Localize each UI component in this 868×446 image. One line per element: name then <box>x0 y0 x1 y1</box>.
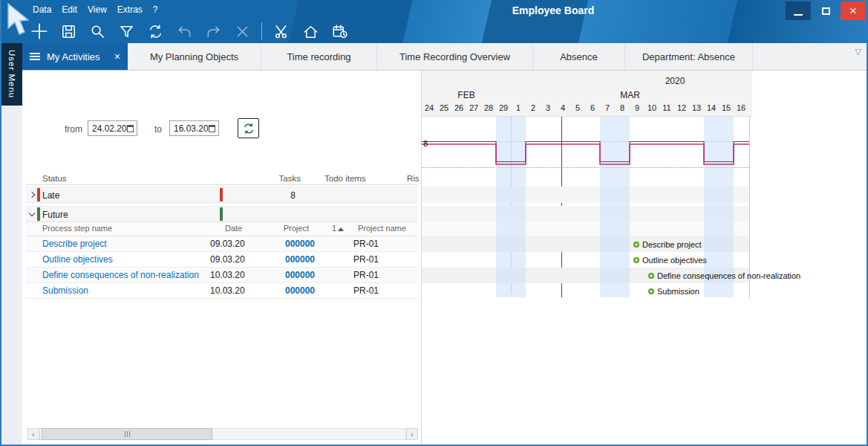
tab-my-planning-objects[interactable]: My Planning Objects <box>128 43 261 70</box>
gantt-day-label: 25 <box>437 103 451 112</box>
project-number-link[interactable]: 000000 <box>245 285 315 296</box>
save-button[interactable] <box>59 22 78 41</box>
project-name: PR-01 <box>345 270 387 280</box>
expand-chevron-icon[interactable] <box>29 210 35 216</box>
gantt-panel: 2020 FEB MAR 242526272829123456789101112… <box>421 71 867 445</box>
task-name-link[interactable]: Define consequences of non-realization <box>42 270 199 280</box>
maximize-icon <box>822 7 830 15</box>
column-header-project-name[interactable]: Project name <box>358 224 406 233</box>
calendar-icon[interactable] <box>127 125 134 132</box>
milestone-outline-objectives[interactable]: Outline objectives <box>633 252 707 268</box>
close-icon: × <box>849 4 857 19</box>
column-header-todo-items[interactable]: Todo items <box>324 174 366 183</box>
scrollbar-track[interactable] <box>39 428 406 440</box>
menu-data[interactable]: Data <box>33 4 51 15</box>
tab-label: Department: Absence <box>642 51 735 62</box>
maximize-button[interactable] <box>813 1 838 20</box>
user-menu-tab[interactable]: User Menu <box>1 43 22 106</box>
gantt-day-label: 26 <box>451 103 466 112</box>
column-header-process-step-name[interactable]: Process step name <box>42 224 112 233</box>
status-color-bar <box>220 188 223 201</box>
scroll-right-button[interactable]: › <box>406 428 418 440</box>
milestone-submission[interactable]: Submission <box>648 283 699 299</box>
from-date-field[interactable]: 24.02.20 <box>88 120 137 136</box>
group-row-future[interactable]: Future <box>26 206 417 222</box>
milestone-dot-icon <box>648 273 654 279</box>
gantt-day-label: 15 <box>719 103 734 112</box>
tab-department-absence[interactable]: Department: Absence <box>625 43 753 70</box>
planning-calendar-button[interactable] <box>330 22 349 41</box>
home-icon <box>302 23 319 40</box>
project-number-link[interactable]: 000000 <box>245 239 315 249</box>
task-row[interactable]: Define consequences of non-realization10… <box>26 268 417 283</box>
scrollbar-thumb[interactable] <box>42 428 212 440</box>
milestone-describe-project[interactable]: Describe project <box>633 236 701 252</box>
filter-icon <box>118 23 135 40</box>
gantt-day-label: 5 <box>570 103 585 112</box>
group-row-late[interactable]: Late8 <box>26 187 417 203</box>
task-row[interactable]: Describe project09.03.20000000PR-01 <box>26 236 417 252</box>
delete-button[interactable] <box>232 22 252 41</box>
milestone-dot-icon <box>648 288 654 294</box>
menu-view[interactable]: View <box>88 4 107 15</box>
gantt-day-label: 13 <box>689 103 704 112</box>
project-number-link[interactable]: 000000 <box>245 254 315 265</box>
filter-button[interactable] <box>117 22 136 41</box>
gantt-day-label: 24 <box>422 103 437 112</box>
toolbar <box>30 20 349 42</box>
task-row[interactable]: Submission10.03.20000000PR-01 <box>26 283 417 299</box>
undo-icon <box>176 23 193 40</box>
task-row[interactable]: Outline objectives09.03.20000000PR-01 <box>26 252 417 268</box>
column-header-project[interactable]: Project <box>245 224 309 233</box>
menu-edit[interactable]: Edit <box>62 4 77 15</box>
column-header-status[interactable]: Status <box>42 174 67 183</box>
refresh-button[interactable] <box>146 22 165 41</box>
tab-close-icon[interactable]: × <box>114 51 120 62</box>
expand-chevron-icon[interactable] <box>29 192 35 198</box>
gantt-day-label: 16 <box>734 103 748 112</box>
tab-time-recording-overview[interactable]: Time Recording Overview <box>377 43 533 70</box>
tab-label: Absence <box>560 51 598 62</box>
project-number-link[interactable]: 000000 <box>245 270 315 280</box>
close-button[interactable]: × <box>841 1 866 20</box>
tab-time-recording[interactable]: Time recording <box>261 43 377 70</box>
status-color-bar <box>37 188 40 201</box>
column-header-date[interactable]: Date <box>225 224 242 233</box>
gantt-day-label: 6 <box>585 103 600 112</box>
apply-date-range-button[interactable] <box>238 118 259 138</box>
gantt-day-label: 10 <box>645 103 659 112</box>
search-button[interactable] <box>88 22 107 41</box>
tab-absence[interactable]: Absence <box>533 43 625 70</box>
sort-indicator: 1 <box>332 224 344 233</box>
task-name-link[interactable]: Submission <box>42 285 88 296</box>
gantt-month-label-feb: FEB <box>422 90 511 100</box>
home-button[interactable] <box>301 22 320 41</box>
column-header-risks[interactable]: Ris <box>407 174 420 183</box>
tab-my-activities[interactable]: My Activities× <box>22 43 128 70</box>
tab-overflow-chevron-icon[interactable]: ▽ <box>855 47 861 56</box>
milestone-dot-icon <box>633 242 639 248</box>
task-date: 09.03.20 <box>210 239 245 249</box>
gantt-day-label: 29 <box>496 103 511 112</box>
undo-button[interactable] <box>174 22 194 41</box>
task-name-link[interactable]: Describe project <box>42 239 107 249</box>
search-icon <box>89 23 106 40</box>
gantt-day-label: 1 <box>511 103 526 112</box>
to-date-value: 16.03.20 <box>174 123 209 134</box>
cut-button[interactable] <box>272 22 291 41</box>
scroll-left-button[interactable]: ‹ <box>27 428 39 440</box>
delete-icon <box>234 23 251 40</box>
calendar-icon[interactable] <box>209 125 215 132</box>
to-date-field[interactable]: 16.03.20 <box>169 120 219 136</box>
milestone-define-consequences-of-non-realization[interactable]: Define consequences of non-realization <box>648 268 800 283</box>
gantt-day-label: 11 <box>659 103 674 112</box>
app-window: DataEditViewExtras? Employee Board × Use… <box>0 0 868 446</box>
redo-button[interactable] <box>203 22 223 41</box>
menu-help[interactable]: ? <box>153 4 158 15</box>
column-header-tasks[interactable]: Tasks <box>245 174 301 183</box>
app-logo-icon <box>3 1 33 39</box>
task-name-link[interactable]: Outline objectives <box>42 254 113 265</box>
menu-extras[interactable]: Extras <box>117 4 143 15</box>
milestone-dot-icon <box>633 257 639 263</box>
minimize-button[interactable] <box>786 1 811 20</box>
